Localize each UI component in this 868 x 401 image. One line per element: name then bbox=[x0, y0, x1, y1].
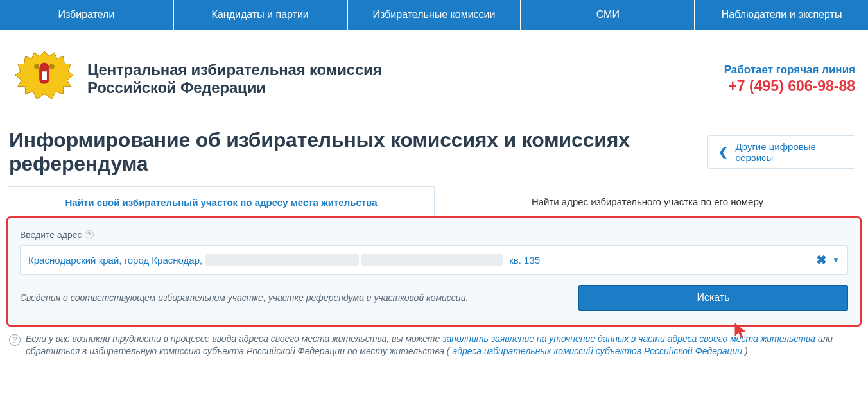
tab-find-by-address[interactable]: Найти свой избирательный участок по адре… bbox=[8, 186, 435, 218]
desc-row: Сведения о соответствующем избирательном… bbox=[20, 285, 848, 311]
search-button[interactable]: Искать bbox=[578, 285, 848, 311]
help-icon[interactable]: ? bbox=[85, 230, 94, 239]
address-tools: ✖ ▼ bbox=[816, 252, 840, 268]
address-input[interactable]: Краснодарский край, город Краснодар, кв.… bbox=[20, 245, 848, 275]
org-title: Центральная избирательная комиссия Росси… bbox=[87, 61, 381, 96]
footer-text: Если у вас возникли трудности в процессе… bbox=[26, 333, 859, 357]
dropdown-caret-icon[interactable]: ▼ bbox=[832, 255, 840, 264]
page-title-row: Информирование об избирательных комиссия… bbox=[0, 124, 868, 186]
page-title: Информирование об избирательных комиссия… bbox=[9, 128, 707, 176]
footer-link-addresses[interactable]: адреса избирательных комиссий субъектов … bbox=[452, 346, 742, 356]
logo-block: Центральная избирательная комиссия Росси… bbox=[13, 47, 381, 110]
address-prefix: Краснодарский край, город Краснодар, bbox=[28, 255, 202, 266]
hotline-label: Работает горячая линия bbox=[724, 64, 855, 76]
footer-note: ? Если у вас возникли трудности в процес… bbox=[0, 325, 868, 369]
address-redacted-2 bbox=[361, 254, 503, 266]
footer-link-application[interactable]: заполнить заявление на уточнение данных … bbox=[442, 334, 815, 344]
other-services-button[interactable]: ❮ Другие цифровые сервисы bbox=[707, 135, 855, 169]
chevron-left-icon: ❮ bbox=[718, 146, 728, 158]
address-value: Краснодарский край, город Краснодар, кв.… bbox=[28, 254, 816, 266]
other-services-label: Другие цифровые сервисы bbox=[736, 141, 844, 163]
nav-voters[interactable]: Избиратели bbox=[0, 0, 174, 30]
top-nav: Избиратели Кандидаты и партии Избиратель… bbox=[0, 0, 868, 30]
tab-find-by-number[interactable]: Найти адрес избирательного участка по ег… bbox=[435, 186, 860, 218]
address-label-text: Введите адрес bbox=[20, 230, 82, 240]
footer-part1: Если у вас возникли трудности в процессе… bbox=[26, 334, 442, 344]
clear-icon[interactable]: ✖ bbox=[816, 252, 827, 268]
address-label: Введите адрес ? bbox=[20, 230, 848, 240]
hotline: Работает горячая линия +7 (495) 606-98-8… bbox=[724, 64, 855, 95]
tabs: Найти свой избирательный участок по адре… bbox=[8, 186, 860, 218]
address-redacted-1 bbox=[205, 254, 359, 266]
org-title-line1: Центральная избирательная комиссия bbox=[87, 61, 381, 79]
search-panel: Введите адрес ? Краснодарский край, горо… bbox=[8, 218, 860, 325]
nav-observers[interactable]: Наблюдатели и эксперты bbox=[695, 0, 868, 30]
site-header: Центральная избирательная комиссия Росси… bbox=[0, 30, 868, 124]
svg-point-2 bbox=[49, 64, 55, 69]
footer-part3: ) bbox=[745, 346, 748, 356]
help-icon: ? bbox=[9, 334, 21, 346]
org-title-line2: Российской Федерации bbox=[87, 79, 381, 97]
panel-description: Сведения о соответствующем избирательном… bbox=[20, 293, 468, 303]
nav-candidates[interactable]: Кандидаты и партии bbox=[174, 0, 348, 30]
hotline-phone[interactable]: +7 (495) 606-98-88 bbox=[724, 78, 855, 95]
nav-commissions[interactable]: Избирательные комиссии bbox=[348, 0, 522, 30]
svg-point-1 bbox=[34, 64, 39, 69]
svg-rect-0 bbox=[42, 71, 47, 80]
address-suffix: кв. 135 bbox=[509, 255, 540, 266]
nav-media[interactable]: СМИ bbox=[521, 0, 695, 30]
russia-coat-of-arms-icon bbox=[13, 47, 76, 110]
